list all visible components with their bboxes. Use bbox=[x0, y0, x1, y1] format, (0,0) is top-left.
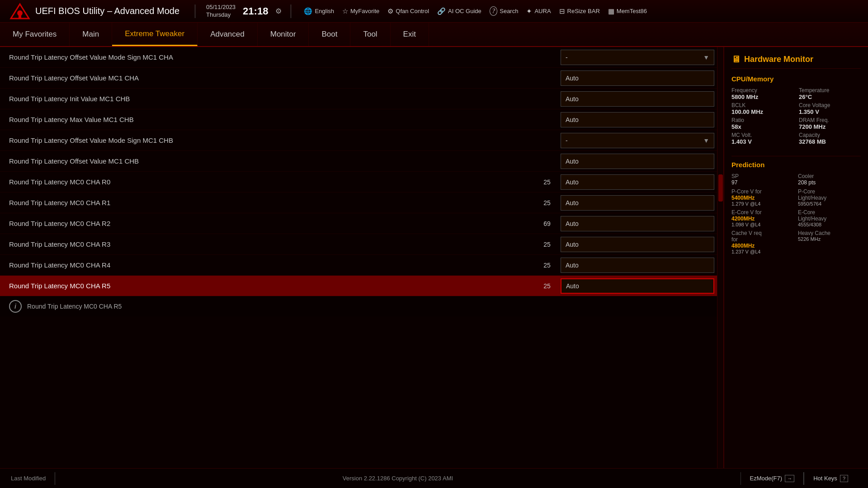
hw-fields-grid: Frequency 5800 MHz Temperature 26°C BCLK… bbox=[731, 87, 861, 145]
info-row: i Round Trip Latency MC0 CHA R5 bbox=[0, 296, 723, 316]
tool-myfavorite[interactable]: ☆ MyFavorite bbox=[342, 7, 379, 15]
aioc-icon: 🔗 bbox=[437, 7, 446, 15]
table-row[interactable]: Round Trip Latency Offset Value MC1 CHA … bbox=[0, 68, 723, 89]
nav-boot[interactable]: Boot bbox=[309, 23, 350, 46]
setting-number: 25 bbox=[533, 282, 561, 290]
tool-memtest-label: MemTest86 bbox=[617, 8, 647, 14]
star-icon: ☆ bbox=[342, 7, 348, 15]
setting-value-box[interactable]: Auto bbox=[561, 195, 714, 211]
table-row[interactable]: Round Trip Latency Init Value MC1 CHB Au… bbox=[0, 89, 723, 109]
dropdown-value[interactable]: - ▼ bbox=[561, 133, 714, 148]
globe-icon: 🌐 bbox=[304, 7, 312, 15]
hw-field: Core Voltage 1.350 V bbox=[799, 102, 861, 115]
hw-divider bbox=[731, 156, 861, 156]
nav-my-favorites[interactable]: My Favorites bbox=[0, 23, 70, 46]
ezmode-button[interactable]: EzMode(F7) → bbox=[741, 472, 804, 485]
nav-main[interactable]: Main bbox=[70, 23, 112, 46]
setting-value-box-selected[interactable]: Auto bbox=[561, 278, 714, 294]
table-row[interactable]: Round Trip Latency MC0 CHA R2 69 Auto bbox=[0, 213, 723, 234]
header-divider bbox=[195, 5, 195, 18]
prediction-row-ecore: E-Core V for 4200MHz 1.098 V @L4 E-Core … bbox=[731, 209, 861, 227]
dropdown-value[interactable]: - ▼ bbox=[561, 50, 714, 65]
tool-qfan[interactable]: ⚙ Qfan Control bbox=[387, 7, 429, 15]
tool-english-label: English bbox=[315, 8, 334, 14]
setting-value-box[interactable]: Auto bbox=[561, 174, 714, 190]
setting-value-box[interactable]: Auto bbox=[561, 258, 714, 273]
footer: Last Modified Version 2.22.1286 Copyrigh… bbox=[0, 468, 868, 488]
chevron-down-icon: ▼ bbox=[703, 54, 709, 61]
table-row[interactable]: Round Trip Latency MC0 CHA R3 25 Auto bbox=[0, 234, 723, 255]
info-icon: i bbox=[9, 300, 22, 313]
footer-buttons: EzMode(F7) → Hot Keys ? bbox=[741, 472, 857, 485]
table-row[interactable]: Round Trip Latency Offset Value Mode Sig… bbox=[0, 130, 723, 151]
content-area: Round Trip Latency Offset Value Mode Sig… bbox=[0, 47, 723, 468]
scrollbar-thumb[interactable] bbox=[718, 174, 723, 202]
hw-field: DRAM Freq. 7200 MHz bbox=[799, 117, 861, 130]
settings-table: Round Trip Latency Offset Value Mode Sig… bbox=[0, 47, 723, 296]
tool-search[interactable]: ? Search bbox=[490, 6, 519, 16]
setting-value-box[interactable]: Auto bbox=[561, 112, 714, 127]
setting-number: 69 bbox=[533, 220, 561, 227]
prediction-row-pcore: P-Core V for 5400MHz 1.279 V @L4 P-Core … bbox=[731, 188, 861, 206]
table-row[interactable]: Round Trip Latency Offset Value MC1 CHB … bbox=[0, 151, 723, 172]
datetime-display: 05/11/2023 Thursday bbox=[206, 4, 236, 19]
tool-myfavorite-label: MyFavorite bbox=[350, 8, 379, 14]
resizebar-icon: ⊟ bbox=[559, 7, 565, 15]
hw-field: Capacity 32768 MB bbox=[799, 132, 861, 145]
hotkeys-button[interactable]: Hot Keys ? bbox=[804, 472, 857, 485]
ezmode-icon: → bbox=[785, 475, 794, 482]
tool-aura-label: AURA bbox=[534, 8, 551, 14]
nav-monitor[interactable]: Monitor bbox=[258, 23, 309, 46]
setting-value-box[interactable]: Auto bbox=[561, 70, 714, 86]
setting-value-box[interactable]: Auto bbox=[561, 154, 714, 169]
date-display: 05/11/2023 Thursday bbox=[206, 4, 236, 19]
setting-number: 25 bbox=[533, 178, 561, 186]
setting-number: 25 bbox=[533, 199, 561, 206]
time-display: 21:18 bbox=[243, 5, 268, 17]
table-row[interactable]: Round Trip Latency MC0 CHA R1 25 Auto bbox=[0, 192, 723, 213]
header: UEFI BIOS Utility – Advanced Mode 05/11/… bbox=[0, 0, 868, 23]
logo-area: UEFI BIOS Utility – Advanced Mode bbox=[9, 2, 179, 20]
hw-field: MC Volt. 1.403 V bbox=[731, 132, 793, 145]
tool-resizebar[interactable]: ⊟ ReSize BAR bbox=[559, 7, 600, 15]
fan-icon: ⚙ bbox=[387, 7, 393, 15]
prediction-row-cache: Cache V req for 4800MHz 1.237 V @L4 Heav… bbox=[731, 230, 861, 254]
hw-field: BCLK 100.00 MHz bbox=[731, 102, 793, 115]
hotkeys-key-icon: ? bbox=[840, 475, 848, 482]
header-tools: 🌐 English ☆ MyFavorite ⚙ Qfan Control 🔗 … bbox=[304, 6, 647, 16]
app-title: UEFI BIOS Utility – Advanced Mode bbox=[35, 6, 179, 16]
hw-field: Temperature 26°C bbox=[799, 87, 861, 100]
tool-search-label: Search bbox=[500, 8, 518, 14]
hw-field: Ratio 58x bbox=[731, 117, 793, 130]
table-row[interactable]: Round Trip Latency MC0 CHA R4 25 Auto bbox=[0, 255, 723, 276]
setting-value-box[interactable]: Auto bbox=[561, 237, 714, 252]
hw-field: Frequency 5800 MHz bbox=[731, 87, 793, 100]
setting-value-box[interactable]: Auto bbox=[561, 216, 714, 231]
tool-memtest[interactable]: ▦ MemTest86 bbox=[608, 7, 647, 15]
scrollbar[interactable] bbox=[717, 47, 723, 468]
info-text: Round Trip Latency MC0 CHA R5 bbox=[27, 303, 122, 310]
last-modified: Last Modified bbox=[11, 475, 55, 482]
tool-aioc-label: AI OC Guide bbox=[448, 8, 481, 14]
svg-rect-2 bbox=[19, 15, 21, 19]
tool-aioc[interactable]: 🔗 AI OC Guide bbox=[437, 7, 481, 15]
prediction-section-title: Prediction bbox=[731, 161, 861, 169]
monitor-icon: 🖥 bbox=[731, 54, 741, 65]
table-row[interactable]: Round Trip Latency Max Value MC1 CHB Aut… bbox=[0, 109, 723, 130]
table-row[interactable]: Round Trip Latency Offset Value Mode Sig… bbox=[0, 47, 723, 68]
table-row[interactable]: Round Trip Latency MC0 CHA R0 25 Auto bbox=[0, 172, 723, 192]
nav-advanced[interactable]: Advanced bbox=[198, 23, 258, 46]
nav-extreme-tweaker[interactable]: Extreme Tweaker bbox=[112, 23, 198, 46]
chevron-down-icon: ▼ bbox=[703, 137, 709, 144]
footer-version: Version 2.22.1286 Copyright (C) 2023 AMI bbox=[55, 475, 740, 482]
search-icon: ? bbox=[490, 6, 498, 16]
tool-qfan-label: Qfan Control bbox=[396, 8, 429, 14]
table-row-selected[interactable]: Round Trip Latency MC0 CHA R5 25 Auto bbox=[0, 276, 723, 296]
nav-tool[interactable]: Tool bbox=[350, 23, 390, 46]
tool-aura[interactable]: ✦ AURA bbox=[526, 7, 551, 15]
tool-english[interactable]: 🌐 English bbox=[304, 7, 334, 15]
main-layout: Round Trip Latency Offset Value Mode Sig… bbox=[0, 47, 868, 468]
nav-exit[interactable]: Exit bbox=[391, 23, 429, 46]
setting-value-box[interactable]: Auto bbox=[561, 91, 714, 107]
setting-number: 25 bbox=[533, 262, 561, 269]
